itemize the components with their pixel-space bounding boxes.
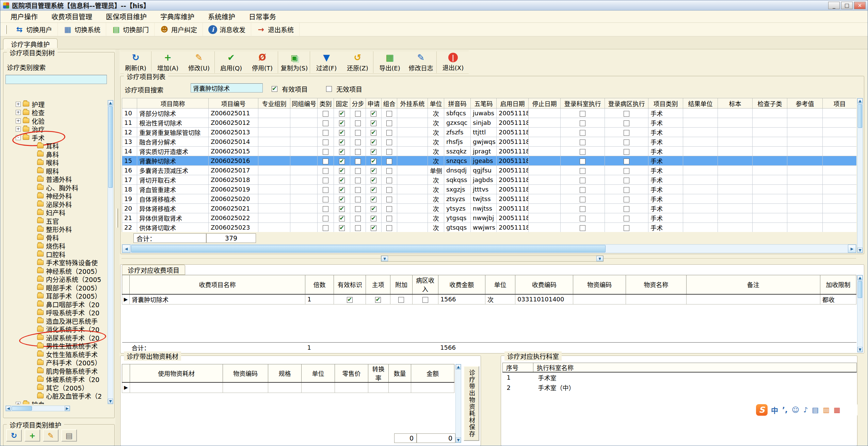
toolbar-button[interactable]: i 消息收发 xyxy=(203,23,251,36)
action-button[interactable]: ↻ 刷新(R) xyxy=(120,51,151,73)
apply-checkbox[interactable] xyxy=(371,120,376,126)
project-row[interactable]: 22 供体肾切取术 Z006025023 次 g xyxy=(122,223,857,232)
step-checkbox[interactable] xyxy=(355,139,361,145)
exec-dept-row[interactable]: 1 手术室 xyxy=(503,372,857,382)
column-header[interactable]: 有效标识 xyxy=(334,275,366,294)
tree-item[interactable]: 女性生殖系统手术 xyxy=(5,350,108,359)
column-header[interactable]: 使用物资耗材 xyxy=(130,364,223,383)
ward-exec-checkbox[interactable] xyxy=(624,168,629,174)
tree-item[interactable]: 烧伤科 xyxy=(5,242,108,250)
dept-exec-checkbox[interactable] xyxy=(580,197,585,202)
combo-checkbox[interactable] xyxy=(386,225,392,231)
project-row[interactable]: 11 根治性肾切除术 Z006025012 次 xyxy=(122,118,857,128)
tree-item[interactable]: 耳部手术（2005） xyxy=(5,292,108,300)
ime-icon[interactable]: ’, xyxy=(782,406,788,414)
column-header[interactable]: 物资编码 xyxy=(223,364,268,383)
category-checkbox[interactable] xyxy=(323,159,328,164)
column-header[interactable] xyxy=(122,275,130,294)
project-table-vscrollbar[interactable]: ▲ ▼ xyxy=(857,98,863,253)
tree-item[interactable]: 五官 xyxy=(5,217,108,225)
ward-exec-checkbox[interactable] xyxy=(624,159,629,164)
step-checkbox[interactable] xyxy=(355,178,361,183)
combo-checkbox[interactable] xyxy=(386,168,392,174)
tree-item[interactable]: 肌肉骨骼系统手术 xyxy=(5,367,108,375)
column-header[interactable] xyxy=(122,98,137,109)
dept-exec-checkbox[interactable] xyxy=(580,130,585,136)
step-checkbox[interactable] xyxy=(355,187,361,193)
column-header[interactable]: 单位 xyxy=(485,275,515,294)
addon-checkbox[interactable] xyxy=(398,297,404,303)
action-button[interactable]: ▣ 复制为(S) xyxy=(279,51,310,73)
ime-icon[interactable]: ♪ xyxy=(803,406,808,414)
fixed-checkbox[interactable] xyxy=(339,149,345,155)
apply-checkbox[interactable] xyxy=(371,149,376,155)
tree-item[interactable]: 骨科 xyxy=(5,233,108,242)
tree-item[interactable]: 眼部手术（2005） xyxy=(5,283,108,292)
tree-item[interactable]: 喉科 xyxy=(5,159,108,167)
tree-item[interactable]: 心脏及血管手术（2 xyxy=(5,392,108,400)
fixed-checkbox[interactable] xyxy=(339,139,345,145)
tree-expander-icon[interactable]: + xyxy=(16,110,21,115)
tree-hscrollbar[interactable]: ◀ ▶ xyxy=(5,406,70,411)
tree-item[interactable]: 耳科 xyxy=(5,142,108,150)
category-checkbox[interactable] xyxy=(323,206,328,212)
column-header[interactable]: 转换率 xyxy=(368,364,389,383)
tree-vscrollbar[interactable]: ▲ ▼ xyxy=(108,100,113,404)
column-header[interactable]: 加收限制 xyxy=(820,275,856,294)
tree-item[interactable]: 心、胸外科 xyxy=(5,183,108,192)
combo-checkbox[interactable] xyxy=(386,187,392,193)
apply-checkbox[interactable] xyxy=(371,206,376,212)
apply-checkbox[interactable] xyxy=(371,159,376,164)
step-checkbox[interactable] xyxy=(355,149,361,155)
fixed-checkbox[interactable] xyxy=(339,206,345,212)
charge-row[interactable]: ▶ 肾囊肿切除术 1 1566 次 033110101400 都收 xyxy=(122,294,856,304)
category-checkbox[interactable] xyxy=(323,139,328,145)
combo-checkbox[interactable] xyxy=(386,120,392,126)
menu-item[interactable]: 医保项目维护 xyxy=(99,11,154,22)
combo-checkbox[interactable] xyxy=(386,206,392,212)
action-button[interactable]: + 增加(A) xyxy=(152,51,183,73)
category-checkbox[interactable] xyxy=(323,120,328,126)
action-button[interactable]: ▼ 过滤(F) xyxy=(311,51,342,73)
step-checkbox[interactable] xyxy=(355,159,361,164)
combo-checkbox[interactable] xyxy=(386,111,392,117)
invalid-projects-checkbox[interactable] xyxy=(326,86,332,92)
ward-exec-checkbox[interactable] xyxy=(624,206,629,212)
apply-checkbox[interactable] xyxy=(371,111,376,117)
column-header[interactable]: 金额 xyxy=(411,364,454,383)
action-button[interactable]: ▦ 导出(E) xyxy=(374,51,405,73)
fixed-checkbox[interactable] xyxy=(339,187,345,193)
column-header[interactable]: 外挂系统 xyxy=(397,98,428,109)
project-row[interactable]: 20 异体肾移植术 Z006025021 次 y xyxy=(122,204,857,213)
apply-checkbox[interactable] xyxy=(371,225,376,231)
combo-checkbox[interactable] xyxy=(386,197,392,202)
column-header[interactable]: 备注 xyxy=(687,275,820,294)
tree-item[interactable]: 呼吸系统手术（20 xyxy=(5,309,108,317)
ime-icon[interactable]: ▦ xyxy=(834,406,840,414)
materials-save-button[interactable]: 诊疗带出物资耗材保存 xyxy=(464,366,479,441)
category-search-input[interactable] xyxy=(5,75,107,84)
column-header[interactable]: 物资名称 xyxy=(626,275,686,294)
combo-checkbox[interactable] xyxy=(386,159,392,164)
column-header[interactable]: 登录科室执行 xyxy=(561,98,605,109)
tree-item[interactable]: 手术室特殊设备使 xyxy=(5,259,108,267)
tree-item[interactable]: + 输血 xyxy=(5,400,108,404)
column-header[interactable]: 执行科室名称 xyxy=(533,363,857,373)
step-checkbox[interactable] xyxy=(355,206,361,212)
ime-icon[interactable]: ▤ xyxy=(812,406,819,414)
column-header[interactable] xyxy=(122,364,130,383)
project-row[interactable]: 15 肾囊肿切除术 Z006025016 次 s xyxy=(122,156,857,166)
category-tool-button[interactable]: ▤ xyxy=(61,429,77,442)
category-checkbox[interactable] xyxy=(323,225,328,231)
category-tool-button[interactable]: + xyxy=(25,429,40,442)
tree-item[interactable]: 鼻口咽部手术（20 xyxy=(5,300,108,309)
tree-item[interactable]: 神经系统（2005） xyxy=(5,267,108,275)
dept-exec-checkbox[interactable] xyxy=(580,149,585,155)
column-header[interactable]: 登录病区执行 xyxy=(605,98,648,109)
action-button[interactable]: ✔ 启用(Q) xyxy=(215,51,247,73)
ward-exec-checkbox[interactable] xyxy=(624,225,629,231)
tree-item[interactable]: 整形外科 xyxy=(5,225,108,234)
column-header[interactable]: 项目简称 xyxy=(137,98,209,109)
materials-empty-row[interactable]: ▶ xyxy=(122,382,454,393)
category-checkbox[interactable] xyxy=(323,216,328,221)
